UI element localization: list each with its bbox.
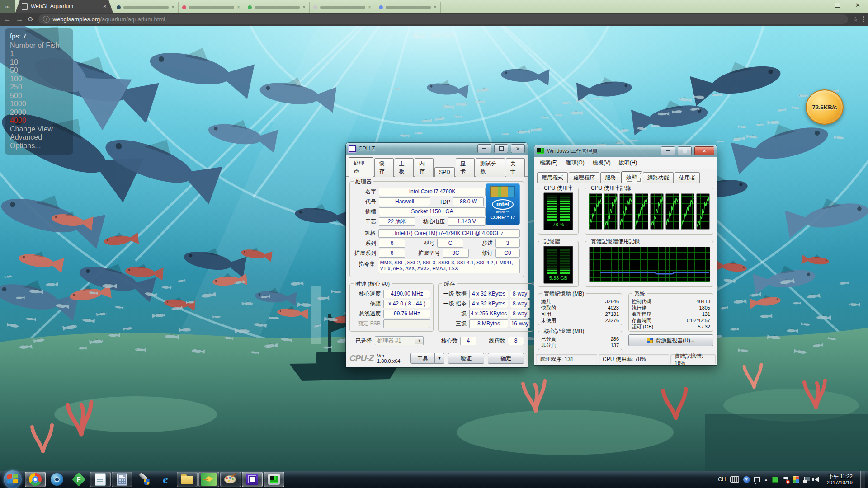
advanced-link[interactable]: Advanced (10, 133, 68, 142)
reload-icon[interactable]: ⟳ (28, 15, 34, 23)
taskbar-paint[interactable] (220, 472, 241, 487)
maximize-button[interactable] (494, 144, 508, 153)
menu-help[interactable]: 說明(H) (615, 158, 641, 168)
minimize-button[interactable] (477, 144, 491, 153)
tab-spd[interactable]: SPD (434, 167, 455, 177)
tab-applications[interactable]: 應用程式 (537, 172, 568, 183)
help-icon[interactable]: ? (743, 476, 750, 483)
tab-performance[interactable]: 效能 (621, 171, 642, 183)
inactive-tab[interactable]: × (113, 2, 179, 13)
fish-option-500[interactable]: 500 (10, 92, 68, 100)
taskbar-notepad[interactable] (90, 472, 111, 487)
tab-networking[interactable]: 網路功能 (643, 172, 674, 183)
inactive-tab[interactable]: × (375, 2, 441, 13)
colorful-app-icon[interactable] (793, 476, 799, 483)
menu-options[interactable]: 選項(O) (562, 158, 588, 168)
taskbar-internet-explorer[interactable]: e (155, 472, 176, 487)
fish-option-100[interactable]: 100 (10, 75, 68, 84)
fish-option-1000[interactable]: 1000 (10, 100, 68, 108)
tab-close-icon[interactable]: × (237, 4, 240, 10)
browser-profile-icon[interactable]: ∞ (0, 0, 15, 13)
keyboard-icon[interactable] (730, 476, 739, 483)
taskbar-media-player[interactable] (47, 472, 67, 487)
restore-button[interactable] (827, 0, 848, 10)
fish-option-4000-selected[interactable]: 4000 (10, 117, 68, 125)
language-indicator[interactable]: CH (718, 476, 726, 483)
aquarium-viewport[interactable]: fps: 7 Number of Fish 1 10 50 100 250 50… (0, 26, 868, 471)
menu-file[interactable]: 檔案(F) (536, 158, 561, 168)
tab-users[interactable]: 使用者 (675, 172, 700, 183)
close-button[interactable]: ✕ (848, 0, 868, 10)
tab-services[interactable]: 服務 (600, 172, 620, 183)
tdl-link[interactable]: tdl.js (413, 31, 425, 38)
taskbar-calculator[interactable] (112, 472, 132, 487)
taskmgr-titlebar[interactable]: Windows 工作管理員 ✕ (534, 145, 717, 157)
close-button[interactable]: ✕ (694, 146, 714, 155)
action-center-flag-icon[interactable]: ✕ (782, 476, 788, 483)
start-button[interactable] (4, 470, 22, 488)
speed-badge[interactable]: 72.6KB/s (806, 89, 844, 125)
technology-field: 22 纳米 (379, 217, 415, 226)
combo-arrow-icon[interactable]: ▼ (415, 337, 423, 344)
inactive-tab[interactable]: × (179, 2, 244, 13)
tab-graphics[interactable]: 显卡 (456, 158, 475, 177)
tab-close-icon[interactable]: × (368, 4, 371, 10)
tab-about[interactable]: 关于 (506, 158, 525, 177)
tab-close-icon[interactable]: × (171, 4, 175, 10)
ime-window-icon[interactable] (754, 477, 760, 482)
change-view-link[interactable]: Change View (10, 125, 68, 134)
tab-webgl-aquarium[interactable]: WebGL Aquarium × (15, 0, 113, 13)
fish-option-2000[interactable]: 2000 (10, 108, 68, 117)
cpuz-titlebar[interactable]: CPU-Z ✕ (346, 143, 528, 155)
back-icon[interactable]: ← (4, 15, 11, 23)
menu-view[interactable]: 檢視(V) (589, 158, 614, 168)
tab-caches[interactable]: 缓存 (374, 158, 393, 177)
taskbar-format-f[interactable]: F (68, 472, 89, 487)
tab-favicon (313, 5, 317, 9)
green-status-icon[interactable] (772, 477, 778, 483)
bookmark-star-icon[interactable]: ☆ (853, 15, 859, 23)
validate-button[interactable]: 验证 (448, 353, 484, 364)
tab-memory[interactable]: 内存 (415, 158, 434, 177)
maximize-button[interactable] (678, 146, 692, 155)
fish-option-10[interactable]: 10 (10, 58, 68, 67)
tab-processes[interactable]: 處理程序 (569, 172, 599, 183)
forward-icon[interactable]: → (16, 15, 24, 23)
minimize-button[interactable] (661, 146, 675, 155)
inactive-tab[interactable]: × (244, 2, 310, 13)
taskbar-explorer[interactable] (177, 472, 198, 487)
tab-close-icon[interactable]: × (103, 3, 107, 9)
tools-split-button[interactable]: 工具 ▼ (410, 353, 444, 364)
show-desktop-button[interactable] (860, 471, 865, 488)
ok-button[interactable]: 确定 (488, 353, 524, 364)
show-hidden-icons[interactable]: ▲ (764, 477, 769, 482)
taskbar-clock[interactable]: 下午 11:22 2017/10/19 (823, 473, 856, 486)
processor-select[interactable]: 处理器 #1▼ (375, 336, 424, 345)
options-link[interactable]: Options... (10, 142, 68, 150)
taskbar-system-tool[interactable] (133, 472, 154, 487)
fish-option-50[interactable]: 50 (10, 66, 68, 75)
taskbar-flashget[interactable] (198, 472, 219, 487)
tab-close-icon[interactable]: × (434, 4, 437, 10)
fish-option-1[interactable]: 1 (10, 50, 68, 58)
taskbar-task-manager[interactable] (264, 472, 284, 487)
bus-speed-field: 99.76 MHz (383, 310, 430, 318)
taskbar-chrome[interactable] (25, 472, 46, 487)
tools-dropdown-icon[interactable]: ▼ (435, 353, 444, 364)
browser-menu-icon[interactable] (863, 16, 864, 22)
tab-close-icon[interactable]: × (302, 4, 306, 10)
resource-monitor-button[interactable]: 資源監視器(R)... (628, 334, 713, 346)
fish-option-250[interactable]: 250 (10, 83, 68, 92)
tab-mainboard[interactable]: 主板 (395, 158, 414, 177)
cpu-die-art (490, 186, 515, 197)
close-button[interactable]: ✕ (511, 144, 525, 153)
address-bar[interactable]: i webglsamples.org/aquarium/aquarium.htm… (38, 14, 848, 24)
network-icon[interactable] (803, 476, 811, 483)
page-info-icon[interactable]: i (43, 16, 50, 23)
volume-icon[interactable] (815, 477, 819, 482)
inactive-tab[interactable]: × (310, 2, 375, 13)
taskbar-cpuz[interactable] (242, 472, 263, 487)
minimize-button[interactable] (807, 0, 827, 10)
tab-processor[interactable]: 处理器 (349, 157, 373, 177)
tab-bench[interactable]: 测试分数 (476, 158, 505, 177)
